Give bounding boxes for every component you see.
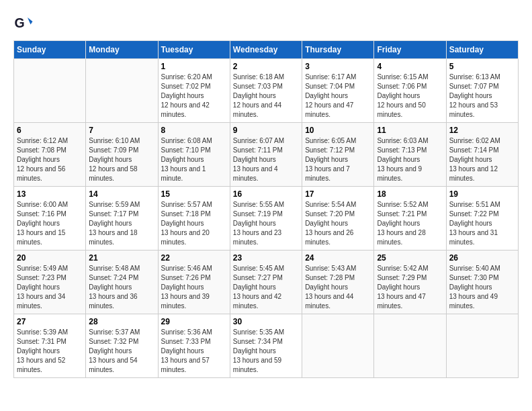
day-info: Sunrise: 5:40 AMSunset: 7:30 PMDaylight … <box>449 264 515 311</box>
day-info: Sunrise: 6:08 AMSunset: 7:10 PMDaylight … <box>161 136 227 183</box>
day-info: Sunrise: 5:35 AMSunset: 7:34 PMDaylight … <box>233 328 299 375</box>
calendar-cell: 27Sunrise: 5:39 AMSunset: 7:31 PMDayligh… <box>14 314 86 378</box>
day-number: 12 <box>449 126 515 135</box>
calendar-cell: 4Sunrise: 6:15 AMSunset: 7:06 PMDaylight… <box>374 59 446 123</box>
day-info: Sunrise: 5:36 AMSunset: 7:33 PMDaylight … <box>161 328 227 375</box>
calendar-header-friday: Friday <box>374 41 446 59</box>
calendar-cell: 25Sunrise: 5:42 AMSunset: 7:29 PMDayligh… <box>374 250 446 314</box>
calendar-header-wednesday: Wednesday <box>230 41 302 59</box>
day-number: 20 <box>17 253 83 263</box>
calendar-week-row: 6Sunrise: 6:12 AMSunset: 7:08 PMDaylight… <box>14 123 519 187</box>
day-number: 26 <box>449 253 515 263</box>
day-number: 19 <box>449 189 515 199</box>
calendar-cell: 8Sunrise: 6:08 AMSunset: 7:10 PMDaylight… <box>158 123 230 187</box>
calendar-cell: 23Sunrise: 5:45 AMSunset: 7:27 PMDayligh… <box>230 250 302 314</box>
calendar-cell: 22Sunrise: 5:46 AMSunset: 7:26 PMDayligh… <box>158 250 230 314</box>
day-info: Sunrise: 6:15 AMSunset: 7:06 PMDaylight … <box>377 73 443 120</box>
day-number: 5 <box>449 62 515 71</box>
day-number: 30 <box>233 317 299 326</box>
calendar-cell: 10Sunrise: 6:05 AMSunset: 7:12 PMDayligh… <box>302 123 374 187</box>
day-number: 2 <box>233 62 299 71</box>
day-info: Sunrise: 6:07 AMSunset: 7:11 PMDaylight … <box>233 136 299 183</box>
day-info: Sunrise: 5:49 AMSunset: 7:23 PMDaylight … <box>17 264 83 311</box>
calendar-cell: 26Sunrise: 5:40 AMSunset: 7:30 PMDayligh… <box>446 250 518 314</box>
logo-icon: G <box>13 13 34 34</box>
day-info: Sunrise: 5:42 AMSunset: 7:29 PMDaylight … <box>377 264 443 311</box>
day-number: 24 <box>305 253 371 263</box>
calendar-cell: 2Sunrise: 6:18 AMSunset: 7:03 PMDaylight… <box>230 59 302 123</box>
day-info: Sunrise: 6:20 AMSunset: 7:02 PMDaylight … <box>161 73 227 120</box>
calendar-cell: 12Sunrise: 6:02 AMSunset: 7:14 PMDayligh… <box>446 123 518 187</box>
day-info: Sunrise: 5:54 AMSunset: 7:20 PMDaylight … <box>305 200 371 247</box>
calendar-week-row: 20Sunrise: 5:49 AMSunset: 7:23 PMDayligh… <box>14 250 519 314</box>
day-info: Sunrise: 5:45 AMSunset: 7:27 PMDaylight … <box>233 264 299 311</box>
day-number: 16 <box>233 189 299 199</box>
day-number: 21 <box>89 253 154 263</box>
calendar-header-tuesday: Tuesday <box>158 41 230 59</box>
calendar-cell: 18Sunrise: 5:52 AMSunset: 7:21 PMDayligh… <box>374 187 446 250</box>
svg-text:G: G <box>15 15 25 30</box>
calendar-cell: 24Sunrise: 5:43 AMSunset: 7:28 PMDayligh… <box>302 250 374 314</box>
day-info: Sunrise: 5:39 AMSunset: 7:31 PMDaylight … <box>17 328 83 375</box>
calendar-header-row: SundayMondayTuesdayWednesdayThursdayFrid… <box>14 41 519 59</box>
calendar-cell: 17Sunrise: 5:54 AMSunset: 7:20 PMDayligh… <box>302 187 374 250</box>
calendar-cell: 28Sunrise: 5:37 AMSunset: 7:32 PMDayligh… <box>86 314 158 378</box>
day-number: 17 <box>305 189 371 199</box>
day-info: Sunrise: 5:51 AMSunset: 7:22 PMDaylight … <box>449 200 515 247</box>
calendar-cell: 19Sunrise: 5:51 AMSunset: 7:22 PMDayligh… <box>446 187 518 250</box>
day-number: 3 <box>305 62 371 71</box>
day-info: Sunrise: 5:52 AMSunset: 7:21 PMDaylight … <box>377 200 443 247</box>
day-number: 10 <box>305 126 371 135</box>
day-info: Sunrise: 6:00 AMSunset: 7:16 PMDaylight … <box>17 200 83 247</box>
calendar-cell: 6Sunrise: 6:12 AMSunset: 7:08 PMDaylight… <box>14 123 86 187</box>
day-info: Sunrise: 6:13 AMSunset: 7:07 PMDaylight … <box>449 73 515 120</box>
day-number: 29 <box>161 317 227 326</box>
day-info: Sunrise: 6:17 AMSunset: 7:04 PMDaylight … <box>305 73 371 120</box>
calendar-cell: 9Sunrise: 6:07 AMSunset: 7:11 PMDaylight… <box>230 123 302 187</box>
day-info: Sunrise: 6:05 AMSunset: 7:12 PMDaylight … <box>305 136 371 183</box>
calendar-cell: 21Sunrise: 5:48 AMSunset: 7:24 PMDayligh… <box>86 250 158 314</box>
day-number: 25 <box>377 253 443 263</box>
page-header: G <box>13 13 519 34</box>
calendar-cell <box>302 314 374 378</box>
day-number: 15 <box>161 189 227 199</box>
calendar-header-thursday: Thursday <box>302 41 374 59</box>
logo: G <box>13 13 36 34</box>
calendar-cell: 5Sunrise: 6:13 AMSunset: 7:07 PMDaylight… <box>446 59 518 123</box>
calendar-cell <box>14 59 86 123</box>
calendar-header-saturday: Saturday <box>446 41 518 59</box>
day-info: Sunrise: 5:48 AMSunset: 7:24 PMDaylight … <box>89 264 154 311</box>
day-info: Sunrise: 6:03 AMSunset: 7:13 PMDaylight … <box>377 136 443 183</box>
calendar-week-row: 13Sunrise: 6:00 AMSunset: 7:16 PMDayligh… <box>14 187 519 250</box>
day-number: 7 <box>89 126 154 135</box>
calendar-cell <box>374 314 446 378</box>
calendar-cell: 11Sunrise: 6:03 AMSunset: 7:13 PMDayligh… <box>374 123 446 187</box>
day-number: 28 <box>89 317 154 326</box>
day-number: 11 <box>377 126 443 135</box>
day-number: 18 <box>377 189 443 199</box>
day-info: Sunrise: 5:55 AMSunset: 7:19 PMDaylight … <box>233 200 299 247</box>
calendar-cell: 7Sunrise: 6:10 AMSunset: 7:09 PMDaylight… <box>86 123 158 187</box>
day-info: Sunrise: 5:43 AMSunset: 7:28 PMDaylight … <box>305 264 371 311</box>
day-info: Sunrise: 6:18 AMSunset: 7:03 PMDaylight … <box>233 73 299 120</box>
day-info: Sunrise: 5:37 AMSunset: 7:32 PMDaylight … <box>89 328 154 375</box>
day-number: 6 <box>17 126 83 135</box>
day-info: Sunrise: 6:10 AMSunset: 7:09 PMDaylight … <box>89 136 154 183</box>
day-number: 23 <box>233 253 299 263</box>
calendar-cell: 1Sunrise: 6:20 AMSunset: 7:02 PMDaylight… <box>158 59 230 123</box>
day-number: 22 <box>161 253 227 263</box>
calendar-table: SundayMondayTuesdayWednesdayThursdayFrid… <box>13 40 519 378</box>
calendar-cell: 13Sunrise: 6:00 AMSunset: 7:16 PMDayligh… <box>14 187 86 250</box>
calendar-cell <box>446 314 518 378</box>
calendar-cell: 14Sunrise: 5:59 AMSunset: 7:17 PMDayligh… <box>86 187 158 250</box>
day-number: 13 <box>17 189 83 199</box>
calendar-header-monday: Monday <box>86 41 158 59</box>
day-number: 4 <box>377 62 443 71</box>
day-info: Sunrise: 6:02 AMSunset: 7:14 PMDaylight … <box>449 136 515 183</box>
calendar-cell: 3Sunrise: 6:17 AMSunset: 7:04 PMDaylight… <box>302 59 374 123</box>
day-number: 1 <box>161 62 227 71</box>
calendar-cell: 30Sunrise: 5:35 AMSunset: 7:34 PMDayligh… <box>230 314 302 378</box>
calendar-cell: 15Sunrise: 5:57 AMSunset: 7:18 PMDayligh… <box>158 187 230 250</box>
calendar-week-row: 27Sunrise: 5:39 AMSunset: 7:31 PMDayligh… <box>14 314 519 378</box>
day-number: 14 <box>89 189 154 199</box>
